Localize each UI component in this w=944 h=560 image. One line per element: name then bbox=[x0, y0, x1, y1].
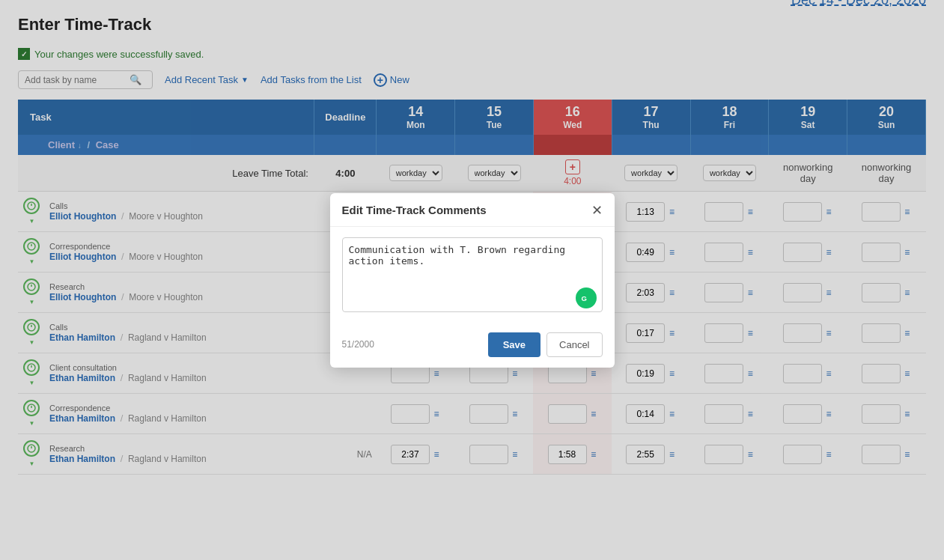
comment-textarea[interactable]: Communication with T. Brown regarding ac… bbox=[342, 237, 603, 312]
modal-close-button[interactable]: ✕ bbox=[591, 204, 603, 217]
modal-header: Edit Time-Track Comments ✕ bbox=[330, 193, 615, 227]
save-button[interactable]: Save bbox=[488, 332, 540, 357]
modal-overlay: Edit Time-Track Comments ✕ Communication… bbox=[0, 0, 944, 490]
modal-title: Edit Time-Track Comments bbox=[342, 204, 487, 216]
textarea-wrapper: Communication with T. Brown regarding ac… bbox=[342, 237, 603, 314]
svg-text:G: G bbox=[581, 294, 586, 302]
char-count: 51/2000 bbox=[342, 339, 374, 350]
edit-comments-modal: Edit Time-Track Comments ✕ Communication… bbox=[330, 193, 615, 368]
grammarly-icon: G bbox=[576, 287, 597, 308]
modal-footer: 51/2000 Save Cancel bbox=[330, 325, 615, 368]
modal-body: Communication with T. Brown regarding ac… bbox=[330, 227, 615, 325]
cancel-button[interactable]: Cancel bbox=[546, 332, 602, 357]
modal-actions: Save Cancel bbox=[488, 332, 603, 357]
